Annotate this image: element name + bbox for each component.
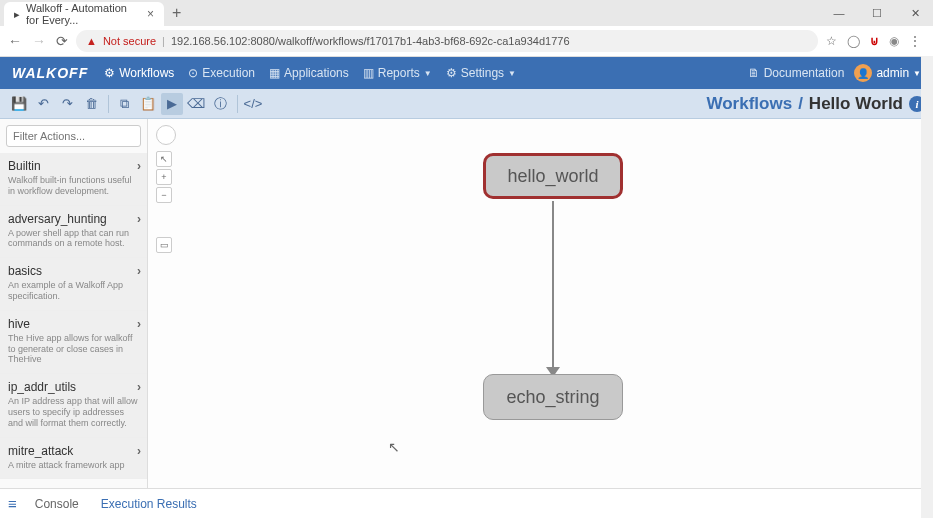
canvas-tools: ↖ + − ▭ [156,125,176,253]
hamburger-icon[interactable]: ≡ [8,495,17,512]
extension-icons: ☆ ◯ ⊍ ◉ ⋮ [826,34,925,48]
new-tab-button[interactable]: + [164,4,189,22]
separator [237,95,238,113]
chevron-right-icon: › [137,212,141,226]
action-title: Builtin [8,159,139,173]
applications-icon: ▦ [269,66,280,80]
edge[interactable] [552,201,554,371]
chevron-right-icon: › [137,380,141,394]
nav-label: Workflows [119,66,174,80]
nav-label: Applications [284,66,349,80]
page-scrollbar[interactable] [921,56,933,518]
nav-label: Settings [461,66,504,80]
info-button[interactable]: ⓘ [209,93,231,115]
workflows-icon: ⚙ [104,66,115,80]
fit-button[interactable]: ▭ [156,237,172,253]
workflow-toolbar: 💾 ↶ ↷ 🗑 ⧉ 📋 ▶ ⌫ ⓘ </> Workflows / Hello … [0,89,933,119]
breadcrumb-parent[interactable]: Workflows [706,94,792,114]
action-list[interactable]: BuiltinWalkoff built-in functions useful… [0,153,147,488]
save-button[interactable]: 💾 [8,93,30,115]
action-item[interactable]: basicsAn example of a Walkoff App specif… [0,258,147,311]
separator [108,95,109,113]
nav-workflows[interactable]: ⚙ Workflows [104,66,174,80]
workflow-canvas[interactable]: ↖ + − ▭ hello_world echo_string ↖ [148,119,933,488]
nav-label: Reports [378,66,420,80]
action-description: A mitre attack framework app [8,460,139,471]
settings-icon: ⚙ [446,66,457,80]
chevron-down-icon: ▼ [508,69,516,78]
chevron-down-icon: ▼ [913,69,921,78]
url-box[interactable]: ▲ Not secure | 192.168.56.102:8080/walko… [76,30,818,52]
mcafee-icon[interactable]: ⊍ [870,34,879,48]
avatar: 👤 [854,64,872,82]
nav-applications[interactable]: ▦ Applications [269,66,349,80]
shield-ext-icon[interactable]: ◯ [847,34,860,48]
window-controls: — ☐ ✕ [821,0,933,26]
brand-logo[interactable]: WALKOFF [12,65,88,81]
code-button[interactable]: </> [242,93,264,115]
nav-reports[interactable]: ▥ Reports ▼ [363,66,432,80]
user-menu[interactable]: 👤 admin ▼ [854,64,921,82]
profile-icon[interactable]: ◉ [889,34,899,48]
delete-button[interactable]: 🗑 [80,93,102,115]
nav-execution[interactable]: ⊙ Execution [188,66,255,80]
maximize-button[interactable]: ☐ [859,0,895,26]
action-item[interactable]: hiveThe Hive app allows for walkoff to g… [0,311,147,374]
breadcrumb-separator: / [798,94,803,114]
undo-button[interactable]: ↶ [32,93,54,115]
node-echo-string[interactable]: echo_string [483,374,623,420]
documentation-link[interactable]: 🗎 Documentation [748,66,845,80]
node-label: echo_string [506,387,599,408]
cursor-icon: ↖ [388,439,400,455]
close-window-button[interactable]: ✕ [897,0,933,26]
action-title: basics [8,264,139,278]
main-area: BuiltinWalkoff built-in functions useful… [0,119,933,488]
action-description: Walkoff built-in functions useful in wor… [8,175,139,197]
action-description: The Hive app allows for walkoff to gener… [8,333,139,365]
address-bar: ← → ⟳ ▲ Not secure | 192.168.56.102:8080… [0,26,933,56]
warning-icon: ▲ [86,35,97,47]
bottom-panel: ≡ Console Execution Results [0,488,933,518]
paste-button[interactable]: 📋 [137,93,159,115]
username: admin [876,66,909,80]
chevron-right-icon: › [137,317,141,331]
breadcrumb: Workflows / Hello World i [706,94,925,114]
action-title: adversary_hunting [8,212,139,226]
action-item[interactable]: mitre_attackA mitre attack framework app… [0,438,147,480]
action-item[interactable]: BuiltinWalkoff built-in functions useful… [0,153,147,206]
forward-button[interactable]: → [32,33,46,49]
close-icon[interactable]: × [147,7,154,21]
clear-button[interactable]: ⌫ [185,93,207,115]
star-icon[interactable]: ☆ [826,34,837,48]
copy-button[interactable]: ⧉ [113,93,135,115]
action-item[interactable]: ip_addr_utilsAn IP address app that will… [0,374,147,437]
action-title: ip_addr_utils [8,380,139,394]
reports-icon: ▥ [363,66,374,80]
tab-title: Walkoff - Automation for Every... [26,2,141,26]
chevron-right-icon: › [137,159,141,173]
run-button[interactable]: ▶ [161,93,183,115]
zoom-in-button[interactable]: + [156,169,172,185]
select-tool[interactable]: ↖ [156,151,172,167]
browser-chrome: ▸ Walkoff - Automation for Every... × + … [0,0,933,57]
action-item[interactable]: adversary_huntingA power shell app that … [0,206,147,259]
tab-console[interactable]: Console [31,491,83,517]
reload-button[interactable]: ⟳ [56,33,68,49]
node-hello-world[interactable]: hello_world [483,153,623,199]
tab-bar: ▸ Walkoff - Automation for Every... × + … [0,0,933,26]
breadcrumb-current: Hello World [809,94,903,114]
redo-button[interactable]: ↷ [56,93,78,115]
back-button[interactable]: ← [8,33,22,49]
pan-compass[interactable] [156,125,176,145]
chevron-down-icon: ▼ [424,69,432,78]
action-title: hive [8,317,139,331]
browser-tab[interactable]: ▸ Walkoff - Automation for Every... × [4,2,164,26]
minimize-button[interactable]: — [821,0,857,26]
zoom-out-button[interactable]: − [156,187,172,203]
menu-icon[interactable]: ⋮ [909,34,921,48]
nav-settings[interactable]: ⚙ Settings ▼ [446,66,516,80]
app-header: WALKOFF ⚙ Workflows ⊙ Execution ▦ Applic… [0,57,933,89]
filter-input[interactable] [6,125,141,147]
tab-execution-results[interactable]: Execution Results [97,491,201,517]
action-title: mitre_attack [8,444,139,458]
